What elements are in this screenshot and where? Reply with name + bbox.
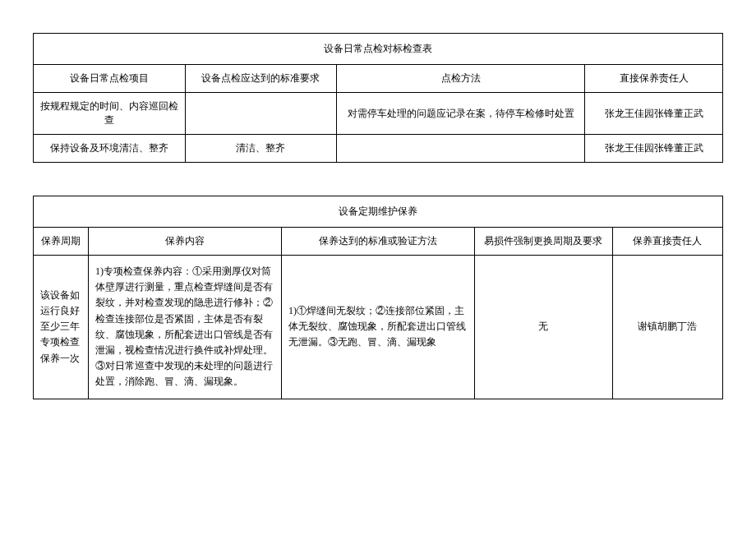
table-periodic-maintenance: 设备定期维护保养 保养周期 保养内容 保养达到的标准或验证方法 易损件强制更换周… — [33, 196, 723, 399]
table2-header-1: 保养内容 — [89, 228, 282, 256]
table2-r0-c0: 该设备如运行良好至少三年专项检查保养一次 — [34, 256, 89, 399]
table1-r1-c2 — [337, 135, 585, 163]
table1-r1-c0: 保持设备及环境清洁、整齐 — [34, 135, 186, 163]
table2-r0-c1: 1)专项检查保养内容：①采用测厚仪对筒体壁厚进行测量，重点检查焊缝间是否有裂纹，… — [89, 256, 282, 399]
table1-r0-c0: 按规程规定的时间、内容巡回检查 — [34, 93, 186, 135]
table-row: 按规程规定的时间、内容巡回检查 对需停车处理的问题应记录在案，待停车检修时处置 … — [34, 93, 723, 135]
table1-r1-c1: 清洁、整齐 — [185, 135, 337, 163]
table2-header-row: 保养周期 保养内容 保养达到的标准或验证方法 易损件强制更换周期及要求 保养直接… — [34, 228, 723, 256]
table1-r1-c3: 张龙王佳园张锋董正武 — [585, 135, 723, 163]
table2-r0-c2: 1)①焊缝间无裂纹；②连接部位紧固，主体无裂纹、腐蚀现象，所配套进出口管线无泄漏… — [282, 256, 475, 399]
table1-r0-c2: 对需停车处理的问题应记录在案，待停车检修时处置 — [337, 93, 585, 135]
table1-header-3: 直接保养责任人 — [585, 65, 723, 93]
table2-r0-c3: 无 — [474, 256, 612, 399]
table1-header-row: 设备日常点检项目 设备点检应达到的标准要求 点检方法 直接保养责任人 — [34, 65, 723, 93]
table1-title: 设备日常点检对标检查表 — [34, 34, 723, 65]
table-daily-inspection: 设备日常点检对标检查表 设备日常点检项目 设备点检应达到的标准要求 点检方法 直… — [33, 33, 723, 163]
table1-header-1: 设备点检应达到的标准要求 — [185, 65, 337, 93]
table1-header-0: 设备日常点检项目 — [34, 65, 186, 93]
table2-header-3: 易损件强制更换周期及要求 — [474, 228, 612, 256]
table-row: 该设备如运行良好至少三年专项检查保养一次 1)专项检查保养内容：①采用测厚仪对筒… — [34, 256, 723, 399]
table-row: 保持设备及环境清洁、整齐 清洁、整齐 张龙王佳园张锋董正武 — [34, 135, 723, 163]
table2-r0-c4: 谢镇胡鹏丁浩 — [612, 256, 722, 399]
table1-header-2: 点检方法 — [337, 65, 585, 93]
table2-header-0: 保养周期 — [34, 228, 89, 256]
table2-title: 设备定期维护保养 — [34, 196, 723, 228]
table2-header-4: 保养直接责任人 — [612, 228, 722, 256]
table2-header-2: 保养达到的标准或验证方法 — [282, 228, 475, 256]
table1-r0-c3: 张龙王佳园张锋董正武 — [585, 93, 723, 135]
table1-r0-c1 — [185, 93, 337, 135]
